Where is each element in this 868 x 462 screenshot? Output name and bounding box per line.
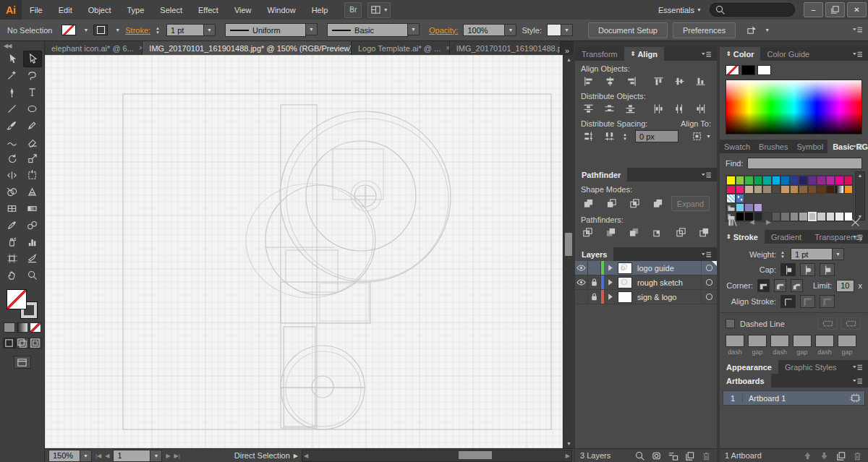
align-to-button[interactable] [689,130,704,142]
weight-field[interactable]: 1 pt [791,248,833,260]
color-spectrum[interactable] [726,80,862,134]
swatch-1-1[interactable] [736,185,745,194]
scroll-left-arrow[interactable]: ◀ [304,453,308,459]
swatch-libraries-icon[interactable] [727,217,738,228]
cap-butt-button[interactable] [780,263,796,276]
lock-toggle[interactable] [588,275,601,289]
selection-tool[interactable] [3,51,22,67]
scroll-down-arrow[interactable]: ▼ [563,439,574,448]
artboard-nav-dropdown[interactable]: ▼ [150,450,162,462]
scroll-right-arrow[interactable]: ▶ [566,453,570,459]
panel-menu-icon[interactable] [851,376,866,385]
cap-projecting-button[interactable] [820,263,835,276]
artboard-name[interactable]: Artboard 1 [743,394,850,403]
vertical-scroll-thumb[interactable] [565,233,572,256]
swatch-0-0[interactable] [726,176,736,185]
swatch-0-5[interactable] [772,176,781,185]
prev-artboard-button[interactable]: ◀ [105,453,109,459]
panel-menu-icon[interactable] [700,170,715,179]
width-profile-select[interactable]: Uniform [225,23,306,37]
align-top-button[interactable] [651,75,665,87]
prev-library-arrow[interactable]: ◀ [749,218,754,226]
toolbar-collapse-button[interactable]: ◀◀ [0,41,44,51]
vertical-scrollbar[interactable]: ▲ ▼ [563,55,574,448]
swatch-2-0[interactable] [726,194,736,203]
last-artboard-button[interactable]: ▶| [174,453,180,459]
minus-back-button[interactable] [698,226,711,239]
minus-front-button[interactable] [604,197,618,210]
artboard-tool[interactable] [3,250,22,267]
tab-swatches[interactable]: Swatch [720,140,754,153]
tab-stroke[interactable]: ⇕Stroke [720,230,765,244]
artboard-row[interactable]: 1 Artboard 1 [723,390,865,406]
swatch-1-3[interactable] [754,185,763,194]
swatch-3-3[interactable] [754,203,763,213]
swatch-1-10[interactable] [817,185,826,194]
brush-definition-select[interactable]: Basic [327,23,408,37]
tab-appearance[interactable]: Appearance [720,360,778,374]
move-up-icon[interactable] [802,450,813,461]
horizontal-spacing-button[interactable] [602,130,616,142]
distribute-top-button[interactable] [581,103,595,115]
dashed-line-checkbox[interactable] [726,319,735,328]
preferences-button[interactable]: Preferences [673,22,736,38]
visibility-toggle[interactable] [575,261,588,275]
align-bottom-button[interactable] [693,75,707,87]
stroke-weight-stepper[interactable]: ▲▼ [156,26,160,35]
zoom-level-dropdown[interactable]: ▼ [80,450,92,462]
corner-miter-button[interactable] [757,279,770,292]
search-input[interactable] [710,3,795,17]
align-hcenter-button[interactable] [602,75,616,87]
zoom-level-field[interactable]: 150% [48,450,80,462]
tab-symbols[interactable]: Symbol [792,140,827,153]
artboard-symbol-icon[interactable] [850,393,861,403]
bridge-button[interactable]: Br [344,2,362,18]
tab-artboards[interactable]: Artboards [720,374,771,388]
swatch-0-3[interactable] [754,176,763,185]
tab-gradient[interactable]: Gradient [765,230,808,244]
dash-field-1[interactable] [726,335,744,347]
swatch-3-2[interactable] [744,203,754,213]
horizontal-scrollbar[interactable]: ◀ ▶ [302,450,572,462]
delete-layer-icon[interactable] [701,450,712,461]
style-dropdown[interactable]: ▼ [561,24,573,36]
distribute-left-button[interactable] [651,103,665,115]
none-mode-button[interactable] [30,322,41,333]
swatch-0-1[interactable] [736,176,745,185]
gap-field-1[interactable] [748,335,767,347]
lock-toggle[interactable] [588,290,601,304]
scale-tool[interactable] [23,150,42,167]
menu-object[interactable]: Object [80,0,119,20]
align-stroke-center-button[interactable] [780,295,796,308]
fill-variant-swatch[interactable] [93,25,108,35]
menu-file[interactable]: File [22,0,51,20]
workspace-switcher[interactable]: Essentials▼ [650,0,710,20]
weight-dropdown[interactable]: ▼ [833,248,844,260]
swatch-1-5[interactable] [772,185,781,194]
swatch-2-1[interactable] [736,194,745,203]
pencil-tool[interactable] [23,117,42,134]
distribute-vcenter-button[interactable] [602,103,616,115]
align-left-button[interactable] [581,75,595,87]
cap-round-button[interactable] [800,263,815,276]
preserve-dash-button[interactable] [817,317,838,330]
draw-inside-button[interactable] [29,338,42,348]
panel-menu-icon[interactable] [851,49,866,59]
layer-name[interactable]: rough sketch [634,278,701,287]
delete-artboard-icon[interactable] [852,450,863,461]
swatch-0-13[interactable] [844,176,854,185]
align-right-button[interactable] [623,75,637,87]
tab-transform[interactable]: Transform [575,47,624,61]
intersect-button[interactable] [627,197,642,210]
draw-behind-button[interactable] [16,338,29,348]
expand-toggle[interactable] [604,275,616,289]
delete-swatch-icon[interactable] [850,217,861,228]
opacity-field[interactable]: 100% [463,24,505,36]
dash-field-3[interactable] [815,335,834,347]
fill-chip[interactable] [7,289,27,309]
scroll-up-arrow[interactable]: ▲ [856,171,864,180]
distribute-hcenter-button[interactable] [672,103,686,115]
swatch-4-9[interactable] [808,212,817,221]
swatch-0-2[interactable] [744,176,754,185]
gap-field-3[interactable] [838,335,856,347]
